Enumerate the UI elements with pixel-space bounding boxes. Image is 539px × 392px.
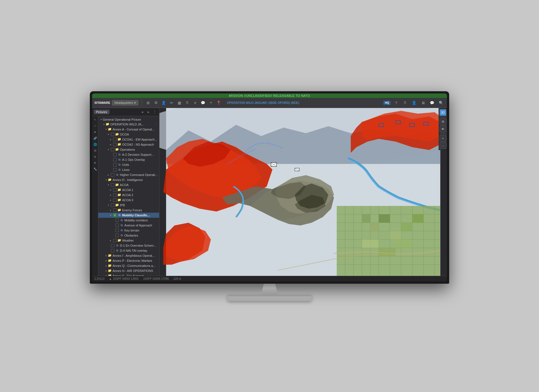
checkbox-d1[interactable] — [111, 244, 114, 247]
checkbox-operations[interactable] — [111, 148, 114, 151]
checkbox-ocoa1[interactable] — [113, 138, 117, 141]
toolbar-speech-icon[interactable]: 💬 — [199, 99, 207, 106]
tree-item-avenue[interactable]: ⧉ Avenue of Approach — [98, 223, 159, 228]
zoom-in-btn[interactable]: + — [440, 135, 446, 142]
tree-item-annex-i[interactable]: ▸ 📁 Annex I - Amphibious Operat... — [98, 253, 159, 258]
tree-item-acoa3[interactable]: ▸ 📁 ACOA 3 — [98, 198, 159, 203]
tree-item-operation[interactable]: ▾ 📁 OPERATION WILD JA... ⋮ — [98, 122, 159, 127]
operation-menu-icon[interactable]: ⋮ — [154, 122, 158, 126]
checkbox-kt[interactable] — [115, 229, 119, 232]
tree-item-annex-h[interactable]: ▸ 📁 Annex H - AIR OPERATIONS — [98, 268, 159, 273]
cursor-icon[interactable]: ⊹ — [93, 123, 98, 129]
tree-item-higher[interactable]: ▸ ⧉ Higher Command Operati... — [98, 172, 159, 177]
tree-item-annex-a[interactable]: ▾ 📁 Annex A - Concept of Operat... — [98, 127, 159, 132]
toolbar-layers-icon[interactable]: ⧉ — [152, 99, 159, 106]
tree-item-d1[interactable]: ⧉ D-1 En Overview Schemati... — [98, 243, 159, 248]
expand-icon-annexa: ▾ — [104, 128, 108, 131]
tree-item-ocoa[interactable]: ▾ 📁 OCOA — [98, 132, 159, 137]
checkbox-acoa2[interactable] — [113, 193, 117, 197]
zoom-out-btn[interactable]: - — [440, 142, 446, 149]
eye-control-btn[interactable]: 👁 — [440, 126, 446, 132]
tree-item-acoa1[interactable]: ▸ 📁 ACOA 1 — [98, 187, 159, 192]
expand-icon-d1 — [107, 244, 110, 247]
chat-icon[interactable]: 💬 — [428, 99, 436, 106]
toolbar-pencil-icon[interactable]: ✏ — [168, 99, 175, 106]
tree-item-enemy[interactable]: ▸ 📁 Enemy Forces — [98, 208, 159, 213]
toolbar-grid-icon[interactable]: ⊞ — [144, 99, 152, 106]
tree-item-acoa2[interactable]: ▸ 📁 ACOA 2 — [98, 192, 159, 198]
tree-item-annex-q[interactable]: ▸ 📁 Annex Q - Communications a... — [98, 263, 159, 268]
tree-item-a1ops[interactable]: ⧉ A-1 Ops Overlay — [98, 157, 159, 162]
arrow-icon[interactable]: ↖ — [93, 117, 98, 122]
toolbar-location-icon[interactable]: 📍 — [215, 99, 222, 106]
tree-item-mobility[interactable]: ▾ ✓ ⧉ Mobility Classific... — [98, 213, 159, 218]
tree-item-key-terrain[interactable]: ⧉ Key terrain — [98, 228, 159, 233]
logo-text: SITAWARE — [94, 101, 110, 104]
checkbox-ipb[interactable] — [111, 203, 114, 207]
toolbar-people-icon[interactable]: 👤 — [160, 99, 167, 106]
checkbox-obstacles[interactable] — [115, 234, 119, 237]
tree-item-units[interactable]: ⧉ Units — [98, 162, 159, 167]
menu-dots-icon[interactable]: ⋮ — [152, 109, 157, 115]
layers-sidebar-icon[interactable]: ⧉ — [93, 154, 98, 159]
tree-item-lines[interactable]: ⧉ Lines — [98, 167, 159, 172]
checkbox-a2[interactable] — [113, 153, 117, 156]
checkbox-higher[interactable] — [111, 173, 114, 176]
checkbox-a1ops[interactable] — [113, 158, 117, 161]
tree-item-a2[interactable]: ⧉ A-2 Decision Support... — [98, 152, 159, 157]
pictures-tab[interactable]: Pictures — [94, 110, 109, 114]
help-icon[interactable]: ? — [392, 99, 400, 106]
checkbox-corridors[interactable] — [115, 219, 119, 222]
operation-label: OPERATION WILD JAGUAR (1BDE OPORD) (BDE) — [223, 101, 382, 104]
tree-item-weather[interactable]: ▸ 📁 Weather — [98, 238, 159, 243]
checkbox-mobility[interactable]: ✓ — [113, 214, 117, 217]
tree-item-acoa[interactable]: ▾ 📁 ACOA — [98, 182, 159, 187]
checkbox-acoa[interactable] — [111, 183, 114, 187]
toolbar-cursor-icon[interactable]: ⌖ — [207, 99, 214, 106]
search-icon[interactable]: 🔍 — [437, 99, 445, 106]
checkbox-ocoa[interactable] — [111, 133, 114, 136]
tree-item-obstacles[interactable]: ⧉ Obstacles — [98, 233, 159, 238]
globe-icon[interactable]: 🌐 — [93, 142, 98, 147]
checkbox-d4[interactable] — [111, 249, 114, 252]
checkbox-acoa3[interactable] — [113, 198, 117, 202]
checkbox-acoa1[interactable] — [113, 188, 117, 192]
tree-item-annex-d[interactable]: ▾ 📁 Annex D - Intelligence — [98, 177, 159, 182]
arrow-right-icon[interactable]: ▸ — [146, 109, 151, 115]
toolbar-apps-icon[interactable]: ⠿ — [184, 99, 191, 106]
toolbar-table-icon[interactable]: ▦ — [176, 99, 183, 106]
tree-item-ipb[interactable]: ▾ 📁 IPB — [98, 203, 159, 208]
tree-item-annex-ii[interactable]: ▾ 📁 Annex II - Fire Support — [98, 273, 159, 276]
tree-item-annex-p[interactable]: ▸ 📁 Annex P - Electronic Warfare — [98, 258, 159, 263]
coord-indicator-1: ▲ 10SPF 59550 13955 — [109, 277, 139, 280]
tree-item-general-operational[interactable]: ▾ General Operational Picture — [98, 117, 159, 122]
checkbox-lines[interactable] — [113, 168, 117, 171]
link-icon[interactable]: 🔗 — [93, 136, 98, 141]
tree-item-mob-corridors[interactable]: ⧉ Mobility corridors — [98, 218, 159, 223]
checkbox-units[interactable] — [113, 163, 117, 166]
monitor-icon[interactable]: 🖥 — [419, 99, 427, 106]
settings-icon[interactable]: ⚙ — [93, 161, 98, 166]
toolbar-menu-icon[interactable]: ≡ — [191, 99, 199, 106]
tree-item-ocoa1[interactable]: ▸ 📁 OCOA1 - EW Approach... — [98, 137, 159, 142]
tool-icon[interactable]: 🔧 — [93, 167, 98, 172]
arrow-left-icon[interactable]: ◂ — [140, 109, 145, 115]
grid2-icon[interactable]: ⠿ — [401, 99, 409, 106]
logo-area: SITAWARE Headquarters ▾ — [94, 100, 138, 106]
altitude-indicator: 126 m — [173, 277, 181, 280]
grid-icon[interactable]: ⊞ — [93, 148, 98, 153]
tree-panel[interactable]: ▾ General Operational Picture ▾ 📁 OPERAT… — [98, 116, 159, 276]
checkbox-weather[interactable] — [113, 239, 117, 242]
3d-button[interactable]: 3D — [440, 109, 446, 116]
tree-item-ocoa2[interactable]: ▸ 📁 OCOA2 - NS Approach — [98, 142, 159, 147]
layers-control-btn[interactable]: ⧉ — [440, 118, 446, 125]
tree-item-d4[interactable]: ⧉ D-4 NAI-TAI overlay — [98, 248, 159, 253]
tree-item-operations[interactable]: ▾ 📁 Operations — [98, 147, 159, 152]
map-area[interactable]: 3D ⧉ 👁 + - — [159, 108, 447, 276]
star-icon[interactable]: ★ — [93, 130, 98, 135]
checkbox-ocoa2[interactable] — [113, 143, 117, 146]
checkbox-avenue[interactable] — [115, 224, 119, 227]
headquarters-button[interactable]: Headquarters ▾ — [112, 100, 139, 106]
user-icon[interactable]: 👤 — [410, 99, 418, 106]
checkbox-enemy[interactable] — [113, 208, 117, 212]
